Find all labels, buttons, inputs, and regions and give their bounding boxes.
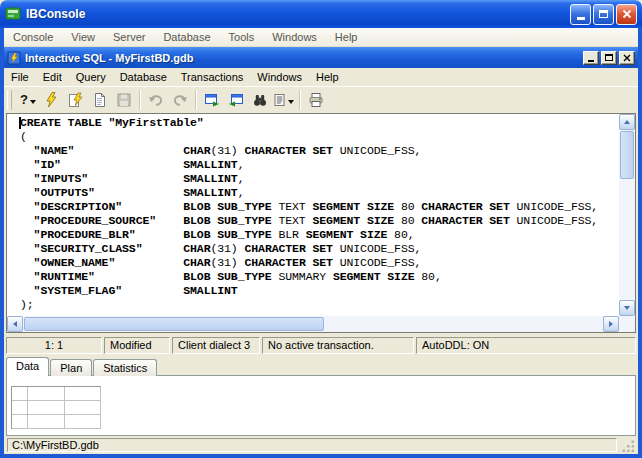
scroll-up-button[interactable] <box>619 114 635 130</box>
grid-cell[interactable] <box>28 401 65 415</box>
horizontal-scroll-thumb[interactable] <box>24 317 324 331</box>
data-tab-panel <box>6 375 636 436</box>
isql-maximize-button[interactable] <box>601 51 617 65</box>
editor-line: ( <box>20 130 619 144</box>
execute-script-button[interactable] <box>64 89 88 111</box>
main-menu-item-server[interactable]: Server <box>104 31 154 43</box>
window-arrow-in-icon <box>204 92 220 108</box>
data-grid[interactable] <box>11 386 101 429</box>
grid-cell[interactable] <box>65 401 101 415</box>
isql-menu-item-file[interactable]: File <box>4 71 36 83</box>
editor-line: "DESCRIPTION" BLOB SUB_TYPE TEXT SEGMENT… <box>20 200 619 214</box>
isql-menu-item-help[interactable]: Help <box>309 71 346 83</box>
arrow-up-icon <box>624 120 630 124</box>
sql-editor-text[interactable]: CREATE TABLE "MyFirstTable"( "NAME" CHAR… <box>7 114 619 316</box>
minimize-icon <box>588 60 594 62</box>
print-button[interactable] <box>304 89 328 111</box>
text-caret <box>19 117 21 129</box>
interactive-sql-window: Interactive SQL - MyFirstBD.gdb FileEdit… <box>4 47 638 436</box>
grid-cell[interactable] <box>65 415 101 429</box>
isql-menu-item-edit[interactable]: Edit <box>36 71 69 83</box>
grid-cell[interactable] <box>12 401 28 415</box>
main-menu-item-console[interactable]: Console <box>4 31 62 43</box>
lightning-icon <box>44 92 60 108</box>
minimize-button[interactable] <box>570 4 591 25</box>
close-button[interactable] <box>616 4 637 25</box>
arrow-left-icon <box>13 321 17 327</box>
document-icon <box>92 92 108 108</box>
grid-row <box>12 415 101 429</box>
find-button[interactable] <box>248 89 272 111</box>
resize-grip[interactable] <box>622 440 635 453</box>
scroll-right-button[interactable] <box>603 316 619 332</box>
tab-plan[interactable]: Plan <box>50 359 92 376</box>
script-lightning-icon <box>68 92 84 108</box>
maximize-icon <box>599 10 608 18</box>
redo-button[interactable] <box>168 89 192 111</box>
isql-menu-item-database[interactable]: Database <box>113 71 174 83</box>
editor-line: CREATE TABLE "MyFirstTable" <box>20 116 619 130</box>
editor-line: "SYSTEM_FLAG" SMALLINT <box>20 284 619 298</box>
main-menu-item-windows[interactable]: Windows <box>263 31 326 43</box>
chevron-down-icon <box>288 100 294 104</box>
grid-cell[interactable] <box>12 415 28 429</box>
sql-editor[interactable]: CREATE TABLE "MyFirstTable"( "NAME" CHAR… <box>6 113 636 333</box>
save-icon <box>116 92 132 108</box>
status-modified: Modified <box>104 337 170 354</box>
close-icon <box>623 54 631 62</box>
help-dropdown-button[interactable]: ? <box>16 89 40 111</box>
status-caret-position: 1: 1 <box>6 337 102 354</box>
grid-cell[interactable] <box>28 387 65 401</box>
list-icon <box>274 92 286 108</box>
isql-toolbar: ? <box>4 86 638 113</box>
isql-status-bar: 1: 1 Modified Client dialect 3 No active… <box>6 337 636 354</box>
close-icon <box>622 9 632 19</box>
arrow-down-icon <box>624 306 630 310</box>
vertical-scroll-thumb[interactable] <box>620 131 634 179</box>
scroll-left-button[interactable] <box>7 316 23 332</box>
grid-row <box>12 401 101 415</box>
query-history-dropdown-button[interactable] <box>272 89 296 111</box>
grid-cell[interactable] <box>65 387 101 401</box>
isql-close-button[interactable] <box>619 51 635 65</box>
grid-cell[interactable] <box>28 415 65 429</box>
chevron-down-icon <box>30 100 36 104</box>
save-result-button[interactable] <box>112 89 136 111</box>
editor-line: "PROCEDURE_SOURCE" BLOB SUB_TYPE TEXT SE… <box>20 214 619 228</box>
undo-button[interactable] <box>144 89 168 111</box>
main-menu-item-help[interactable]: Help <box>326 31 367 43</box>
editor-line: "SECURITY_CLASS" CHAR(31) CHARACTER SET … <box>20 242 619 256</box>
grid-cell[interactable] <box>12 387 28 401</box>
minimize-icon <box>577 17 585 20</box>
vertical-scrollbar[interactable] <box>619 114 635 316</box>
window-arrow-out-icon <box>228 92 244 108</box>
isql-menu-item-windows[interactable]: Windows <box>250 71 309 83</box>
isql-menu-item-query[interactable]: Query <box>69 71 113 83</box>
isql-title-bar[interactable]: Interactive SQL - MyFirstBD.gdb <box>4 47 638 68</box>
maximize-button[interactable] <box>593 4 614 25</box>
isql-menu-item-transactions[interactable]: Transactions <box>174 71 251 83</box>
maximize-icon <box>605 54 613 61</box>
tab-statistics[interactable]: Statistics <box>93 359 157 376</box>
binoculars-icon <box>252 92 268 108</box>
main-menu-item-database[interactable]: Database <box>154 31 219 43</box>
load-script-button[interactable] <box>200 89 224 111</box>
horizontal-scrollbar[interactable] <box>7 316 619 332</box>
editor-line: "OUTPUTS" SMALLINT, <box>20 186 619 200</box>
main-menu-item-tools[interactable]: Tools <box>220 31 264 43</box>
toolbar-separator <box>195 90 197 110</box>
tab-data[interactable]: Data <box>6 357 49 376</box>
main-menu-item-view[interactable]: View <box>62 31 104 43</box>
new-script-button[interactable] <box>88 89 112 111</box>
ibconsole-title-bar[interactable]: IBConsole <box>0 0 642 28</box>
isql-minimize-button[interactable] <box>583 51 599 65</box>
ibconsole-app-icon <box>5 6 21 22</box>
editor-line: ); <box>20 298 619 312</box>
execute-query-button[interactable] <box>40 89 64 111</box>
grid-row <box>12 387 101 401</box>
editor-line: "NAME" CHAR(31) CHARACTER SET UNICODE_FS… <box>20 144 619 158</box>
toolbar-grip[interactable] <box>7 90 12 110</box>
scroll-down-button[interactable] <box>619 300 635 316</box>
isql-window-icon <box>7 51 21 65</box>
save-script-button[interactable] <box>224 89 248 111</box>
